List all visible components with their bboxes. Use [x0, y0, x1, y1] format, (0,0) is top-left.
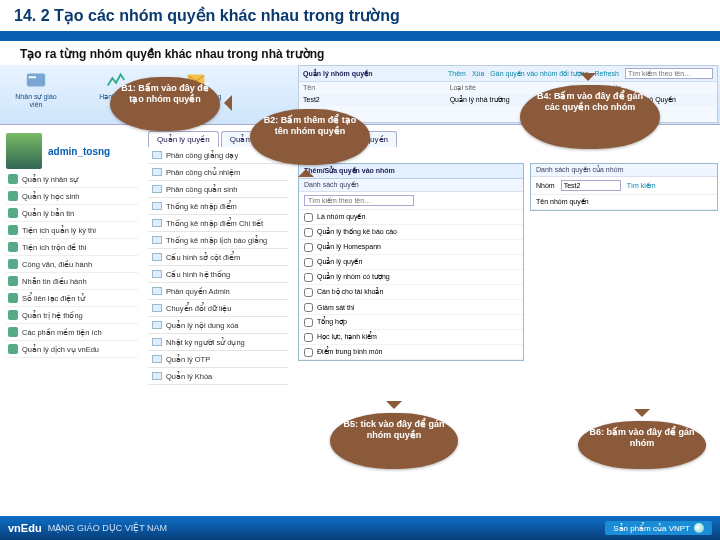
tab-quyen[interactable]: Quản lý quyền [148, 131, 219, 147]
assign-button[interactable]: Gán quyền vào nhóm đối tượng [490, 70, 588, 78]
sidebar-item[interactable]: Quản lý nhân sự [6, 171, 138, 188]
list-item[interactable]: Nhật ký người sử dụng [148, 334, 288, 351]
doc-icon [152, 372, 162, 380]
avatar [6, 133, 42, 169]
list-item[interactable]: Phân công quản sinh [148, 181, 288, 198]
checkbox[interactable] [304, 303, 313, 312]
refresh-button[interactable]: Refresh [594, 70, 619, 77]
list-item[interactable]: Thống kê nhập điểm Chi tiết [148, 215, 288, 232]
callout-b1: B1: Bấm vào đây để tạo nhóm quyền [110, 77, 220, 131]
sidebar-item[interactable]: Quản lý bản tin [6, 205, 138, 222]
checkbox-row[interactable]: Giám sát thi [299, 300, 523, 315]
checkbox-row[interactable]: Quản lý quyền [299, 255, 523, 270]
search-input[interactable] [625, 68, 713, 79]
page-title: 14. 2 Tạo các nhóm quyền khác nhau trong… [14, 6, 706, 25]
list-item[interactable]: Cấu hình hệ thống [148, 266, 288, 283]
dialog-search[interactable] [304, 195, 414, 206]
checkbox[interactable] [304, 333, 313, 342]
sidebar-item[interactable]: Tiện ích trộn đề thi [6, 239, 138, 256]
sidebar-item[interactable]: Quản lý dịch vụ vnEdu [6, 341, 138, 358]
doc-icon [152, 355, 162, 363]
callout-b5: B5: tick vào đây để gán nhóm quyền [330, 413, 458, 469]
sidebar-item[interactable]: Quản lý học sinh [6, 188, 138, 205]
svg-rect-0 [27, 74, 45, 87]
menu-icon [8, 225, 18, 235]
top-panel-toolbar: Quản lý nhóm quyền Thêm Xóa Gán quyền và… [299, 66, 717, 82]
checkbox[interactable] [304, 243, 313, 252]
delete-button[interactable]: Xóa [472, 70, 484, 77]
menu-icon [8, 344, 18, 354]
doc-icon [152, 287, 162, 295]
checkbox-row[interactable]: Tổng hợp [299, 315, 523, 330]
doc-icon [152, 304, 162, 312]
sidebar-item[interactable]: Nhắn tin điều hành [6, 273, 138, 290]
sidebar-item[interactable]: Công văn, điều hành [6, 256, 138, 273]
callout-b4: B4: Bấm vào đây để gán các quyền cho nhó… [520, 85, 660, 149]
vnpt-icon [694, 523, 704, 533]
add-button[interactable]: Thêm [448, 70, 466, 77]
search-button[interactable]: Tìm kiếm [627, 182, 656, 190]
dialog-subtitle: Danh sách quyền [299, 179, 523, 192]
checkbox-row[interactable]: Là nhóm quyền [299, 210, 523, 225]
checkbox-row[interactable]: Quản lý Homespann [299, 240, 523, 255]
list-item[interactable]: Phân quyền Admin [148, 283, 288, 300]
add-permission-dialog: Thêm/Sửa quyền vào nhóm Danh sách quyền … [298, 163, 524, 361]
checkbox-row[interactable]: Cán bộ cho tài khoản [299, 285, 523, 300]
nhom-label: Nhóm [536, 182, 555, 189]
menu-icon [8, 208, 18, 218]
menu-icon [8, 259, 18, 269]
list-item[interactable]: Chuyển đổi dữ liệu [148, 300, 288, 317]
checkbox-row[interactable]: Học lực, hạnh kiểm [299, 330, 523, 345]
checkbox[interactable] [304, 288, 313, 297]
rpanel-subtitle: Danh sách quyền của nhóm [531, 164, 717, 177]
svg-rect-1 [29, 76, 36, 78]
callout-b6: B6: bấm vào đây để gán nhóm [578, 421, 706, 469]
list-item[interactable]: Phân công chủ nhiệm [148, 164, 288, 181]
subtitle: Tạo ra từng nhóm quyền khác nhau trong n… [0, 41, 720, 65]
checkbox[interactable] [304, 213, 313, 222]
doc-icon [152, 202, 162, 210]
menu-icon [8, 327, 18, 337]
list-item[interactable]: Thống kê nhập lịch báo giảng [148, 232, 288, 249]
list-item[interactable]: Quản lý OTP [148, 351, 288, 368]
sidebar: Quản lý nhân sựQuản lý học sinhQuản lý b… [6, 171, 138, 358]
username: admin_tosng [48, 146, 110, 157]
menu-icon [8, 191, 18, 201]
list-item[interactable]: Thống kê nhập điểm [148, 198, 288, 215]
checkbox[interactable] [304, 228, 313, 237]
callout-b2: B2: Bấm thêm để tạo tên nhóm quyền [250, 109, 370, 165]
footer-vnpt: Sản phẩm của VNPT [605, 521, 712, 535]
checkbox-row[interactable]: Quản lý thống kê báo cáo [299, 225, 523, 240]
checkbox[interactable] [304, 258, 313, 267]
nhom-input[interactable] [561, 180, 621, 191]
checkbox[interactable] [304, 273, 313, 282]
doc-icon [152, 270, 162, 278]
doc-icon [152, 338, 162, 346]
menu-icon [8, 310, 18, 320]
page-header: 14. 2 Tạo các nhóm quyền khác nhau trong… [0, 0, 720, 33]
menu-icon [8, 276, 18, 286]
card-icon [8, 69, 64, 91]
list-item[interactable]: Quản lý Khóa [148, 368, 288, 385]
dialog-title: Thêm/Sửa quyền vào nhóm [299, 164, 523, 179]
list-item[interactable]: Cấu hình sở cột điểm [148, 249, 288, 266]
sidebar-item[interactable]: Tiện ích quản lý kỳ thi [6, 222, 138, 239]
header-curve [0, 33, 720, 41]
menu-icon [8, 242, 18, 252]
list-item[interactable]: Quản lý nội dung xóa [148, 317, 288, 334]
checkbox[interactable] [304, 318, 313, 327]
doc-icon [152, 236, 162, 244]
user-block: admin_tosng [6, 133, 110, 169]
doc-icon [152, 168, 162, 176]
checkbox-row[interactable]: Quản lý nhóm có tượng [299, 270, 523, 285]
checkbox[interactable] [304, 348, 313, 357]
permissions-list: Phân công giảng dạyPhân công chủ nhiệmPh… [148, 147, 288, 385]
doc-icon [152, 185, 162, 193]
menu-icon [8, 174, 18, 184]
right-panel: Danh sách quyền của nhóm Nhóm Tìm kiếm T… [530, 163, 718, 211]
sidebar-item[interactable]: Quản trị hệ thống [6, 307, 138, 324]
ribbon-item[interactable]: Nhân sự giáo viên [8, 69, 64, 120]
sidebar-item[interactable]: Các phần mềm tiện ích [6, 324, 138, 341]
checkbox-row[interactable]: Điểm trung bình môn [299, 345, 523, 360]
sidebar-item[interactable]: Sổ liên lạc điện tử [6, 290, 138, 307]
